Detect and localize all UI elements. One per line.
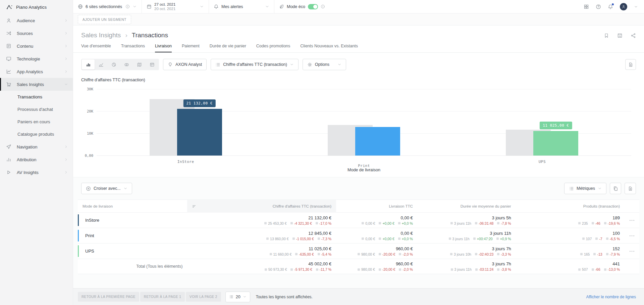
tab-clients-nouveaux-vs-existants[interactable]: Clients Nouveaux vs. Existants [300, 44, 358, 52]
copy-table-button[interactable] [610, 183, 621, 194]
bar-ups-current[interactable] [533, 131, 578, 156]
chevron-down-icon [265, 4, 269, 9]
percent-change: -11,7 % [316, 267, 331, 271]
metric-main-value: 0,00 € [401, 231, 413, 236]
sidebar-item-app-analytics[interactable]: App Analytics [0, 65, 73, 78]
voir-la-page-2-button[interactable]: VOIR LA PAGE 2 [186, 292, 221, 302]
tab-dur-e-de-vie-panier[interactable]: Durée de vie panier [210, 44, 246, 52]
tab-paiement[interactable]: Paiement [182, 44, 200, 52]
notifications-bell-icon[interactable] [608, 4, 613, 9]
share-icon[interactable] [631, 33, 636, 38]
site-selector[interactable]: 6 sites sélectionnés [73, 0, 142, 13]
metric-main-value: 12 845,00 € [308, 231, 331, 236]
map-chart-icon [137, 62, 142, 67]
chevron-right-icon [64, 158, 68, 162]
breadcrumb: Sales Insights › Transactions [81, 32, 168, 39]
bar-instore-current[interactable] [177, 109, 222, 156]
chart-type-table-chart-button[interactable] [146, 59, 158, 70]
sidebar-item-contenu[interactable]: Contenu [0, 40, 73, 52]
previous-value: 165 [580, 252, 590, 256]
sidebar-subitem-transactions[interactable]: Transactions [0, 91, 73, 103]
percent-change: -2,0 % [399, 252, 413, 256]
chart-type-venn-chart-button[interactable] [120, 59, 133, 70]
sidebar-item-technologie[interactable]: Technologie [0, 52, 73, 65]
app-logo[interactable]: Piano Analytics [0, 0, 73, 14]
column-header-dur-e-vie-moyenne-du-panier[interactable]: Durée vie moyenne du panier [418, 200, 516, 213]
row-more-button[interactable] [629, 232, 635, 239]
row-more-button[interactable] [629, 217, 635, 224]
sidebar-item-sources[interactable]: Sources [0, 27, 73, 40]
percent-change: +0,9 % [496, 237, 511, 241]
metric-main-value: 189 [612, 215, 620, 220]
rows-per-page-dropdown[interactable]: 20 [225, 292, 250, 302]
eco-toggle[interactable] [308, 4, 318, 9]
y-axis-tick: 20K [87, 109, 93, 113]
breadcrumb-parent[interactable]: Sales Insights [81, 32, 121, 39]
info-icon[interactable] [125, 4, 130, 9]
bar-value-label: 21 132,00 € [183, 99, 215, 107]
tab-transactions[interactable]: Transactions [121, 44, 145, 52]
bookmark-icon[interactable] [604, 33, 609, 38]
sidebar-item-av-insights[interactable]: AV Insights [0, 166, 73, 179]
add-segment-button[interactable]: AJOUTER UN SEGMENT [78, 15, 131, 24]
eco-label: Mode éco [287, 4, 305, 9]
tab-livraison[interactable]: Livraison [155, 44, 172, 52]
alerts-selector[interactable]: Mes alertes [209, 0, 274, 13]
sidebar-item-attribution[interactable]: Attribution [0, 153, 73, 166]
sidebar-item-audience[interactable]: Audience [0, 14, 73, 27]
calendar-icon [147, 4, 152, 9]
metric-main-value: 3 jours 5h [492, 215, 511, 220]
date-range-selector[interactable]: 27 oct. 2021 20 oct. 2021 [142, 0, 209, 13]
previous-value: 3 jours 11h [449, 237, 470, 241]
cross-with-dropdown[interactable]: Croiser avec... [81, 183, 132, 194]
topbar-right [578, 0, 644, 13]
export-chart-button[interactable] [625, 59, 636, 70]
chart-type-pie-chart-button[interactable] [107, 59, 120, 70]
show-row-count-link[interactable]: Afficher le nombre de lignes [586, 295, 636, 299]
row-more-button[interactable] [629, 248, 635, 255]
bulb-icon [168, 62, 173, 67]
shuffle-icon [6, 31, 11, 36]
column-header-livraison-ttc[interactable]: Livraison TTC [336, 200, 418, 213]
delta-value: -03:11:24 [475, 267, 494, 271]
column-header-chiffre-d-affaires-ttc-transaction[interactable]: Chiffre d'affaires TTC (transaction) [187, 200, 336, 213]
metric-cell: 21 132,00 €25 453,30 €-4 321,30 €-17,0 % [187, 215, 336, 225]
x-axis-label-instore: InStore [177, 160, 194, 164]
metrics-dropdown[interactable]: Métriques [564, 183, 606, 194]
retour-la-premi-re-page-button[interactable]: RETOUR À LA PREMIÈRE PAGE [78, 292, 139, 302]
axon-analyst-button[interactable]: AXON Analyst [163, 59, 207, 70]
column-header-produits-transaction[interactable]: Produits (transaction) [516, 200, 625, 213]
sidebar-subitem-processus-d-achat[interactable]: Processus d'achat [0, 103, 73, 116]
table-total-row: Total (Tous les éléments)45 002,00 €50 9… [78, 259, 639, 274]
save-icon[interactable] [617, 33, 623, 38]
tab-vue-d-ensemble[interactable]: Vue d'ensemble [81, 44, 111, 52]
chart-type-bar-chart-button[interactable] [82, 59, 95, 70]
percent-change: -13,0 % [604, 267, 620, 271]
sidebar-item-sales-insights[interactable]: Sales Insights [0, 78, 73, 91]
metric-main-value: 45 002,00 € [308, 261, 331, 266]
column-header-mode-de-livraison[interactable]: Mode de livraison [78, 200, 187, 213]
bars-icon [6, 157, 11, 162]
metric-dropdown[interactable]: Chiffre d'affaires TTC (transaction) [211, 59, 299, 70]
sidebar-subitem-paniers-en-cours[interactable]: Paniers en cours [0, 116, 73, 128]
chart-type-line-chart-button[interactable] [95, 59, 107, 70]
tab-codes-promotions[interactable]: Codes promotions [256, 44, 290, 52]
retour-la-page-1-button[interactable]: RETOUR À LA PAGE 1 [140, 292, 185, 302]
page-title: Transactions [132, 32, 168, 39]
bar-group-print [328, 89, 400, 156]
apps-grid-icon[interactable] [584, 4, 589, 9]
sidebar-item-navigation[interactable]: Navigation [0, 140, 73, 153]
bar-print-current[interactable] [355, 127, 400, 156]
options-dropdown[interactable]: Options [303, 59, 346, 70]
help-icon[interactable] [596, 4, 601, 9]
sidebar-subitem-catalogue-produits[interactable]: Catalogue produits [0, 128, 73, 140]
row-accent-bar [78, 230, 79, 242]
chart-title: Chiffre d'affaires TTC (transaction) [81, 78, 636, 82]
user-avatar[interactable] [620, 3, 627, 10]
previous-value: 11 660,00 € [270, 252, 292, 256]
download-table-button[interactable] [625, 183, 636, 194]
info-icon[interactable] [321, 4, 325, 9]
chevron-down-icon[interactable] [634, 5, 638, 9]
sidebar-item-label: Attribution [17, 157, 64, 162]
chart-type-map-chart-button[interactable] [133, 59, 146, 70]
